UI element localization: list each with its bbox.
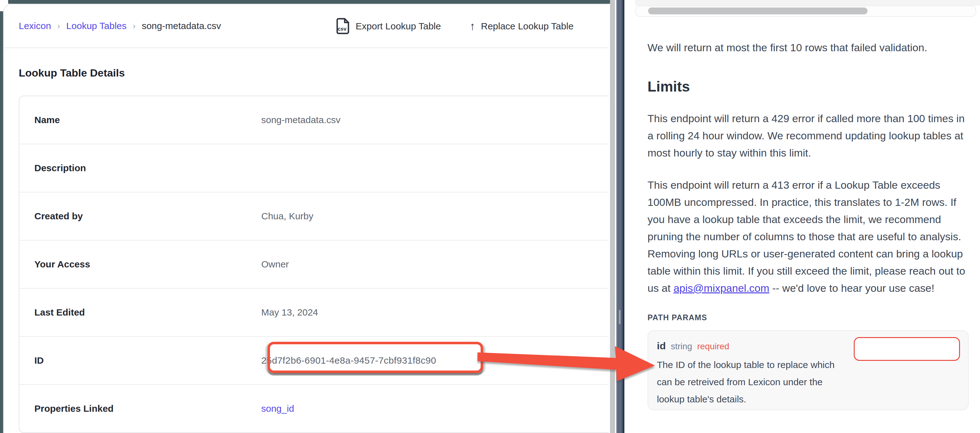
id-param-input[interactable] <box>854 337 960 361</box>
row-value: May 13, 2024 <box>261 307 318 318</box>
table-row-description: Description <box>19 144 609 192</box>
export-lookup-table-button[interactable]: csv Export Lookup Table <box>336 18 441 35</box>
limits-heading: Limits <box>648 78 967 95</box>
breadcrumb: Lexicon › Lookup Tables › song-metadata.… <box>19 21 221 31</box>
table-row-id: ID 25d7f2b6-6901-4e8a-9457-7cbf931f8c90 <box>19 336 609 384</box>
lookup-table-id-value: 25d7f2b6-6901-4e8a-9457-7cbf931f8c90 <box>261 355 436 366</box>
table-row-properties-linked: Properties Linked song_id <box>19 384 609 432</box>
lexicon-header: Lexicon › Lookup Tables › song-metadata.… <box>4 4 609 48</box>
param-description: The ID of the lookup table to replace wh… <box>648 352 845 408</box>
arrow-up-icon: ↑ <box>470 20 475 33</box>
row-label: Properties Linked <box>19 403 261 414</box>
replace-button-label: Replace Lookup Table <box>481 21 573 32</box>
table-row-last-edited: Last Edited May 13, 2024 <box>19 288 609 336</box>
backdrop-top-band <box>8 0 610 4</box>
param-type: string <box>671 341 692 352</box>
param-required-badge: required <box>697 341 729 352</box>
table-row-name: Name song-metadata.csv <box>19 96 609 144</box>
left-window-scrollbar[interactable] <box>610 0 615 433</box>
docs-window: We will return at most the first 10 rows… <box>624 0 980 433</box>
header-actions: csv Export Lookup Table ↑ Replace Lookup… <box>336 17 573 36</box>
screenshot-stage: Lexicon › Lookup Tables › song-metadata.… <box>0 0 980 433</box>
row-label: Last Edited <box>19 307 261 318</box>
page-title: Lookup Table Details <box>19 67 609 80</box>
table-row-created-by: Created by Chua, Kurby <box>19 192 609 240</box>
export-button-label: Export Lookup Table <box>356 21 441 32</box>
row-value: Owner <box>261 259 289 270</box>
paragraph-text: -- we'd love to hear your use case! <box>769 282 934 294</box>
paragraph-text: This endpoint will return a 413 error if… <box>648 179 965 294</box>
row-label: Your Access <box>19 259 261 270</box>
chevron-right-icon: › <box>57 21 60 31</box>
docs-content: We will return at most the first 10 rows… <box>648 0 967 410</box>
row-label: Name <box>19 115 261 125</box>
breadcrumb-lexicon-link[interactable]: Lexicon <box>19 21 51 31</box>
divider-scrollbar-thumb[interactable] <box>619 310 620 324</box>
row-label: Created by <box>19 211 261 221</box>
breadcrumb-current-file: song-metadata.csv <box>142 21 221 31</box>
replace-lookup-table-button[interactable]: ↑ Replace Lookup Table <box>470 20 573 33</box>
table-row-your-access: Your Access Owner <box>19 240 609 288</box>
breadcrumb-lookup-tables-link[interactable]: Lookup Tables <box>66 21 127 31</box>
limits-paragraph-413: This endpoint will return a 413 error if… <box>648 177 967 297</box>
svg-text:csv: csv <box>337 26 347 32</box>
row-label: ID <box>19 355 261 366</box>
path-params-label: PATH PARAMS <box>648 313 967 322</box>
lexicon-window: Lexicon › Lookup Tables › song-metadata.… <box>3 4 609 433</box>
validation-note-text: We will return at most the first 10 rows… <box>648 39 967 56</box>
param-name: id <box>657 340 666 352</box>
backdrop-left-edge <box>0 11 3 433</box>
row-value: song-metadata.csv <box>261 115 340 125</box>
row-value: Chua, Kurby <box>261 211 313 221</box>
mixpanel-email-link[interactable]: apis@mixpanel.com <box>673 282 769 294</box>
lookup-table-details-card: Name song-metadata.csv Description Creat… <box>19 96 609 433</box>
window-divider-bar <box>616 0 624 433</box>
chevron-right-icon: › <box>133 21 135 31</box>
id-param-card: id string required The ID of the lookup … <box>648 330 969 410</box>
song-id-property-link[interactable]: song_id <box>261 403 294 414</box>
row-label: Description <box>19 163 261 174</box>
limits-paragraph-429: This endpoint will return a 429 error if… <box>648 110 967 161</box>
csv-file-icon: csv <box>336 18 350 35</box>
